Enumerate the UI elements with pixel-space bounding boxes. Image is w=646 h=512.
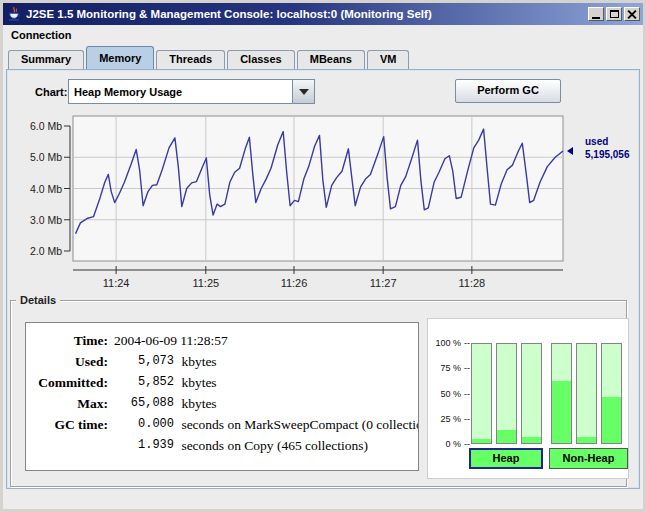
- detail-row-time: Time: 2004-06-09 11:28:57: [26, 330, 418, 351]
- detail-value: kbytes: [174, 351, 217, 372]
- bar-axis-tick: 25 %--: [428, 414, 470, 424]
- detail-value: seconds on MarkSweepCompact (0 collectio…: [174, 414, 419, 435]
- tab-memory[interactable]: Memory: [86, 46, 154, 69]
- memory-pool-bar[interactable]: [576, 343, 597, 444]
- detail-number: 5,852: [108, 372, 174, 393]
- svg-text:11:28: 11:28: [459, 277, 486, 289]
- tab-vm[interactable]: VM: [367, 50, 410, 69]
- title-bar[interactable]: J2SE 1.5 Monitoring & Management Console…: [3, 3, 643, 25]
- svg-text:3.0 Mb: 3.0 Mb: [30, 214, 62, 226]
- chart-combobox[interactable]: Heap Memory Usage: [68, 79, 315, 104]
- detail-label: Used:: [26, 351, 108, 372]
- non-heap-pool-button[interactable]: Non-Heap: [549, 448, 628, 469]
- detail-number: 65,088: [108, 393, 174, 414]
- close-button[interactable]: [624, 7, 640, 21]
- tab-threads[interactable]: Threads: [156, 50, 225, 69]
- details-panel: Time: 2004-06-09 11:28:57 Used: 5,073 kb…: [25, 322, 419, 471]
- detail-row-gc-copy: 1.939 seconds on Copy (465 collections): [26, 435, 418, 456]
- minimize-button[interactable]: [588, 7, 604, 21]
- memory-pool-bar-fill: [497, 430, 516, 443]
- detail-label: Time:: [26, 330, 108, 351]
- memory-pool-bar-fill: [522, 437, 541, 443]
- heap-pool-button[interactable]: Heap: [469, 448, 543, 469]
- menu-bar: Connection: [3, 25, 643, 45]
- heap-usage-line-chart: 6.0 Mb5.0 Mb4.0 Mb3.0 Mb2.0 Mb11:2411:25…: [28, 108, 641, 290]
- memory-pool-bar-fill: [602, 397, 621, 443]
- svg-text:11:25: 11:25: [192, 277, 219, 289]
- memory-pool-bar[interactable]: [496, 343, 517, 444]
- maximize-button[interactable]: [606, 7, 622, 21]
- svg-text:5,195,056: 5,195,056: [585, 149, 630, 160]
- svg-text:2.0 Mb: 2.0 Mb: [30, 245, 62, 257]
- detail-row-max: Max: 65,088 kbytes: [26, 393, 418, 414]
- memory-pool-bar-fill: [552, 381, 571, 443]
- detail-label: Committed:: [26, 372, 108, 393]
- tab-classes[interactable]: Classes: [227, 50, 295, 69]
- memory-pool-bar[interactable]: [601, 343, 622, 444]
- detail-row-gc-time: GC time: 0.000 seconds on MarkSweepCompa…: [26, 414, 418, 435]
- detail-row-committed: Committed: 5,852 kbytes: [26, 372, 418, 393]
- memory-pool-bar[interactable]: [521, 343, 542, 444]
- close-icon: [627, 10, 637, 19]
- memory-pool-bar[interactable]: [551, 343, 572, 444]
- detail-label: Max:: [26, 393, 108, 414]
- svg-text:11:24: 11:24: [103, 277, 130, 289]
- tab-mbeans[interactable]: MBeans: [297, 50, 365, 69]
- jconsole-window: J2SE 1.5 Monitoring & Management Console…: [0, 0, 646, 512]
- detail-value: seconds on Copy (465 collections): [174, 435, 368, 456]
- detail-value: kbytes: [174, 372, 217, 393]
- svg-text:6.0 Mb: 6.0 Mb: [30, 120, 62, 132]
- window-title: J2SE 1.5 Monitoring & Management Console…: [26, 8, 588, 20]
- java-logo-icon: [6, 6, 22, 22]
- bar-axis-tick: 50 %--: [428, 389, 470, 399]
- tab-strip: Summary Memory Threads Classes MBeans VM: [8, 46, 409, 69]
- svg-text:11:26: 11:26: [281, 277, 308, 289]
- bar-axis-tick: 100 %--: [428, 338, 470, 348]
- combobox-arrow-button[interactable]: [292, 80, 314, 103]
- chart-combobox-value: Heap Memory Usage: [69, 86, 292, 98]
- minimize-icon: [592, 17, 600, 19]
- svg-text:used: used: [585, 136, 608, 147]
- memory-pool-bar-fill: [472, 439, 491, 443]
- maximize-icon: [610, 10, 619, 18]
- memory-pool-bar[interactable]: [471, 343, 492, 444]
- bar-axis-tick: 0 %--: [428, 439, 470, 449]
- svg-text:4.0 Mb: 4.0 Mb: [30, 183, 62, 195]
- tab-summary[interactable]: Summary: [8, 50, 84, 69]
- chart-label: Chart:: [35, 86, 67, 98]
- detail-value: 2004-06-09 11:28:57: [108, 330, 228, 351]
- detail-number: 0.000: [108, 414, 174, 435]
- detail-label: GC time:: [26, 414, 108, 435]
- bar-axis-tick: 75 %--: [428, 363, 470, 373]
- chevron-down-icon: [299, 89, 309, 100]
- svg-text:11:27: 11:27: [370, 277, 397, 289]
- detail-number: 5,073: [108, 351, 174, 372]
- detail-label: [26, 435, 108, 456]
- menu-connection[interactable]: Connection: [3, 27, 80, 43]
- detail-number: 1.939: [108, 435, 174, 456]
- detail-value: kbytes: [174, 393, 217, 414]
- perform-gc-button[interactable]: Perform GC: [455, 79, 561, 103]
- memory-pools-bar-chart: Heap Non-Heap 100 %--75 %--50 %--25 %--0…: [427, 318, 629, 479]
- memory-pool-bar-fill: [577, 437, 596, 443]
- svg-text:5.0 Mb: 5.0 Mb: [30, 151, 62, 163]
- detail-row-used: Used: 5,073 kbytes: [26, 351, 418, 372]
- details-legend: Details: [16, 294, 60, 306]
